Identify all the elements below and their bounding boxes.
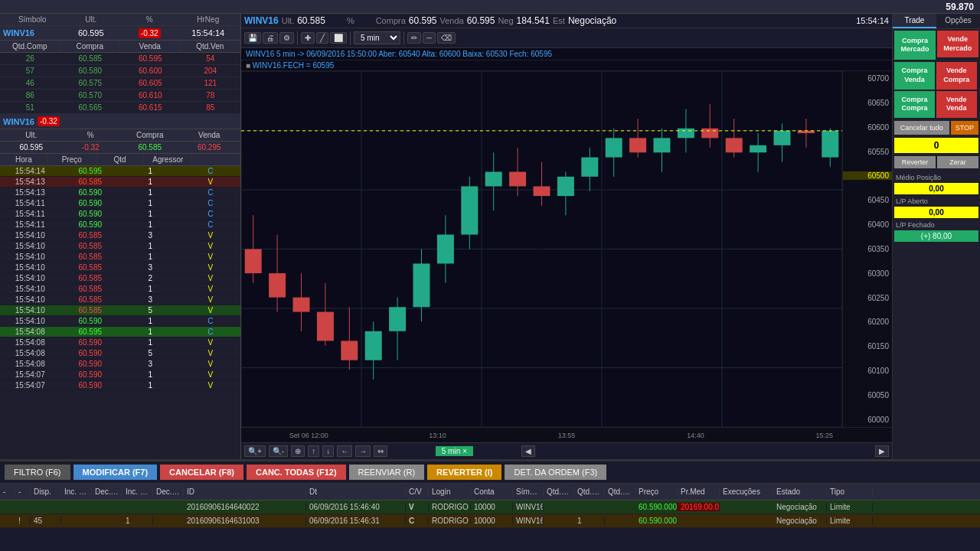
zoom-out-btn[interactable]: 🔍- — [269, 445, 288, 457]
chart-area: 6070060650606006055060500604506040060350… — [241, 71, 892, 427]
ob-row: 51 60.565 60.615 85 — [0, 102, 240, 114]
layout-tab[interactable]: 5 min × — [436, 446, 473, 456]
btn-reenviar[interactable]: REENVIAR (R) — [349, 465, 425, 480]
sr2-venda-label: Venda — [181, 131, 238, 139]
ob-qtd-vend: 78 — [181, 90, 241, 101]
layout-tab-label: 5 min — [442, 447, 460, 455]
or-preco: 60.590.000 — [635, 517, 678, 525]
tab-trade[interactable]: Trade — [893, 14, 936, 28]
btn-cancelar-tudo[interactable]: Cancelar tudo — [894, 121, 949, 135]
btn-vende-compra[interactable]: VendeCompra — [936, 62, 977, 89]
btn-compra-venda[interactable]: CompraVenda — [894, 62, 935, 89]
left-pct: -0.32 — [120, 28, 179, 37]
ob-price-comp: 60.570 — [60, 90, 121, 101]
order-book-header: Qtd.Comp Compra Venda Qtd.Ven — [0, 41, 240, 53]
ob-qtd-vend: 121 — [181, 77, 241, 89]
layout-tab-close[interactable]: × — [462, 447, 467, 455]
btn-stop[interactable]: STOP — [951, 121, 978, 135]
sr2-ult-label: Ult. — [3, 131, 60, 139]
nav-up-btn[interactable]: ↑ — [308, 445, 319, 457]
candle-canvas — [241, 71, 842, 427]
trade-row: 15:54:10 60.585 3 V — [0, 262, 240, 273]
left-symbol: WINV16 — [3, 28, 62, 37]
sv-compra: 60.585 — [122, 143, 178, 152]
btn-canc-todas[interactable]: CANC. TODAS (F12) — [247, 465, 346, 480]
trade-aggr: C — [181, 166, 241, 176]
btn-reverter2[interactable]: REVERTER (I) — [427, 465, 501, 480]
trade-row: 15:54:07 60.590 1 V — [0, 380, 240, 391]
toolbar-rect-btn[interactable]: ⬜ — [330, 32, 347, 44]
zoom-reset-btn[interactable]: ⊕ — [291, 445, 305, 457]
or-inc-qtd: 1 — [122, 517, 153, 525]
oh-estado: Estado — [773, 487, 827, 496]
header-hrneg-label: HrNeg — [179, 15, 238, 24]
nav-left-btn[interactable]: ← — [337, 445, 352, 457]
toolbar-line-btn[interactable]: ╱ — [316, 32, 328, 44]
trade-aggr: C — [181, 209, 241, 219]
chart-header: WINV16 Ult. 60.585 % Compra 60.595 Venda… — [241, 14, 892, 28]
trades-qtd-header: Qtd — [96, 154, 145, 165]
toolbar-pencil-btn[interactable]: ✏ — [407, 32, 421, 44]
trades-preco-header: Preço — [48, 154, 96, 165]
trade-row: 15:54:08 60.590 5 V — [0, 348, 240, 359]
trade-row: 15:54:08 60.590 3 V — [0, 359, 240, 370]
trade-row: 15:54:10 60.585 3 V — [0, 230, 240, 241]
btn-vende-venda[interactable]: VendeVenda — [936, 91, 977, 118]
oh-col2: - — [15, 487, 31, 496]
left-ult: 60.595 — [62, 28, 121, 37]
toolbar-config-btn[interactable]: ⚙ — [279, 32, 294, 44]
nav-scroll-btn[interactable]: ⇔ — [374, 445, 387, 457]
trades-hora-header: Hora — [0, 154, 48, 165]
toolbar-print-btn[interactable]: 🖨 — [263, 32, 278, 44]
toolbar-eraser-btn[interactable]: ⌫ — [437, 32, 456, 44]
trade-price: 60.585 — [60, 230, 121, 240]
price-label: 60450 — [843, 196, 892, 204]
nav-right-btn[interactable]: → — [355, 445, 371, 457]
btn-vende-mercado[interactable]: VendeMercado — [937, 31, 978, 57]
toolbar-cross-btn[interactable]: ✚ — [301, 32, 315, 44]
btn-filtro[interactable]: FILTRO (F6) — [5, 465, 70, 480]
btn-compra-mercado[interactable]: CompraMercado — [894, 31, 936, 60]
oh-id: ID — [184, 487, 306, 496]
trade-qty: 5 — [120, 348, 181, 358]
price-label: 60350 — [843, 245, 892, 253]
btn-cancelar2[interactable]: CANCELAR (F8) — [160, 465, 243, 480]
trade-price: 60.590 — [60, 209, 121, 219]
symbol-values-row: 60.595 -0.32 60.585 60.295 — [0, 142, 240, 154]
zoom-in-btn[interactable]: 🔍+ — [244, 445, 266, 457]
chart-venda: 60.595 — [467, 15, 495, 26]
ob-qtd-vend: 54 — [181, 53, 241, 64]
time-label-2: 13:55 — [502, 432, 631, 439]
trade-qty: 2 — [120, 273, 181, 283]
trade-row: 15:54:10 60.585 1 V — [0, 284, 240, 295]
right-panel: Trade Opções CompraMercado VendeMercado … — [892, 14, 980, 459]
btn-reverter[interactable]: Reverter — [894, 156, 936, 168]
chart-scroll-right[interactable]: ▶ — [875, 445, 889, 457]
trade-qty: 3 — [120, 359, 181, 369]
sr2-pct-label: % — [63, 131, 119, 139]
chart-scroll-left[interactable]: ◀ — [521, 445, 535, 457]
price-label: 60100 — [843, 367, 892, 375]
or-cv: V — [406, 503, 429, 511]
toolbar-save-btn[interactable]: 💾 — [244, 32, 261, 44]
chart-nav: 🔍+ 🔍- ⊕ ↑ ↓ ← → ⇔ 5 min × ◀ ▶ — [241, 442, 892, 459]
or-conta: 10000 — [471, 517, 513, 525]
qty-input[interactable] — [894, 138, 978, 153]
or-id: 20160906164640022 — [184, 503, 306, 511]
trade-price: 60.585 — [60, 273, 121, 283]
tab-opcoes[interactable]: Opções — [936, 14, 980, 28]
toolbar-sep2 — [350, 31, 351, 45]
btn-zerar[interactable]: Zerar — [937, 156, 978, 168]
nav-down-btn[interactable]: ↓ — [322, 445, 334, 457]
btn-det-ordem[interactable]: DET. DA ORDEM (F3) — [505, 465, 606, 480]
btn-modificar[interactable]: MODIFICAR (F7) — [74, 465, 158, 480]
timeframe-select[interactable]: 5 min 1 min 15 min 30 min 1h 1d — [354, 31, 400, 44]
ob-venda-header: Venda — [120, 41, 181, 52]
or-estado: Negociação — [773, 517, 827, 525]
toolbar-dash-btn[interactable]: ─ — [423, 32, 436, 44]
btn-compra-compra[interactable]: CompraCompra — [894, 91, 935, 118]
oh-execucoes: Execuções — [720, 487, 773, 496]
chart-symbol: WINV16 — [244, 15, 279, 26]
orders-rows: 20160906164640022 06/09/2016 15:46:40 V … — [0, 500, 980, 528]
medio-posicao-val: 0,00 — [894, 183, 978, 194]
